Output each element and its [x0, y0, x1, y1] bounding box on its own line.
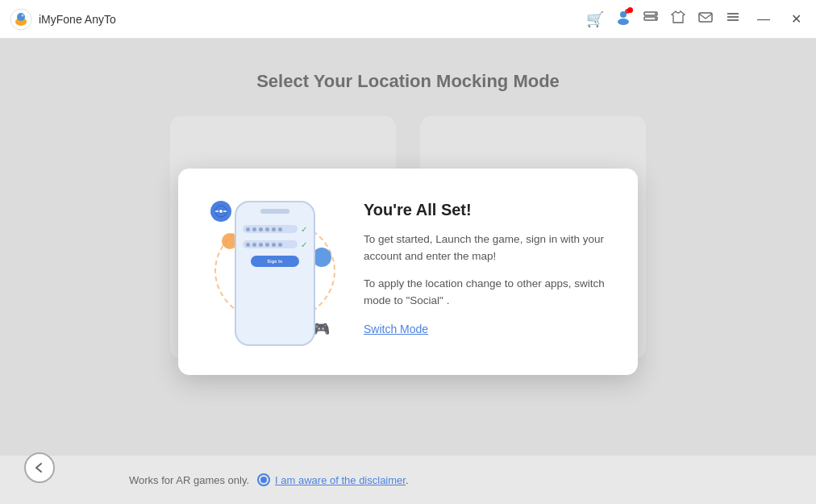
svg-point-2	[17, 13, 25, 21]
dialog-heading: You're All Set!	[364, 201, 606, 219]
bottom-bar: Works for AR games only. I am aware of t…	[0, 456, 816, 504]
close-button[interactable]: ✕	[786, 8, 806, 30]
phone-body: ✓ ✓	[235, 201, 315, 346]
works-text: Works for AR games only.	[129, 474, 249, 486]
svg-point-10	[655, 18, 656, 19]
user-icon[interactable]	[615, 9, 631, 29]
main-content: Select Your Location Mocking Mode	[0, 39, 816, 504]
svg-point-6	[625, 9, 630, 14]
title-bar-icons: 🛒	[586, 8, 806, 30]
disclaimer-link[interactable]: I am aware of the disclaimer	[275, 474, 406, 486]
back-button[interactable]	[24, 452, 55, 483]
svg-point-5	[618, 19, 629, 25]
svg-rect-11	[699, 13, 712, 22]
storage-icon[interactable]	[643, 9, 659, 29]
dialog-para1: To get started, Launch the game, sign in…	[364, 231, 606, 265]
app-title: iMyFone AnyTo	[39, 13, 586, 26]
dialog: 🎮 ✓	[178, 169, 638, 375]
phone-illustration: 🎮 ✓	[210, 201, 339, 346]
orbit-pokeball	[210, 201, 231, 222]
app-logo	[10, 8, 32, 31]
mail-icon[interactable]	[697, 9, 714, 29]
shirt-icon[interactable]	[670, 9, 686, 29]
overlay: 🎮 ✓	[0, 39, 816, 504]
svg-point-17	[219, 209, 223, 213]
minimize-button[interactable]: —	[752, 9, 775, 30]
dialog-para2: To apply the location change to other ap…	[364, 275, 606, 310]
phone-signin-btn: Sign In	[251, 256, 299, 267]
disclaimer-radio[interactable]	[257, 473, 270, 486]
svg-point-3	[22, 14, 24, 16]
title-bar: iMyFone AnyTo 🛒	[0, 0, 816, 39]
disclaimer-text: I am aware of the disclaimer.	[275, 474, 408, 486]
menu-icon[interactable]	[725, 9, 741, 29]
switch-mode-link[interactable]: Switch Mode	[364, 323, 428, 335]
dialog-text-area: You're All Set! To get started, Launch t…	[364, 201, 606, 336]
disclaimer-dot-inner	[260, 477, 267, 483]
phone-notch	[260, 209, 289, 214]
svg-point-9	[655, 13, 656, 15]
cart-icon[interactable]: 🛒	[586, 10, 604, 28]
